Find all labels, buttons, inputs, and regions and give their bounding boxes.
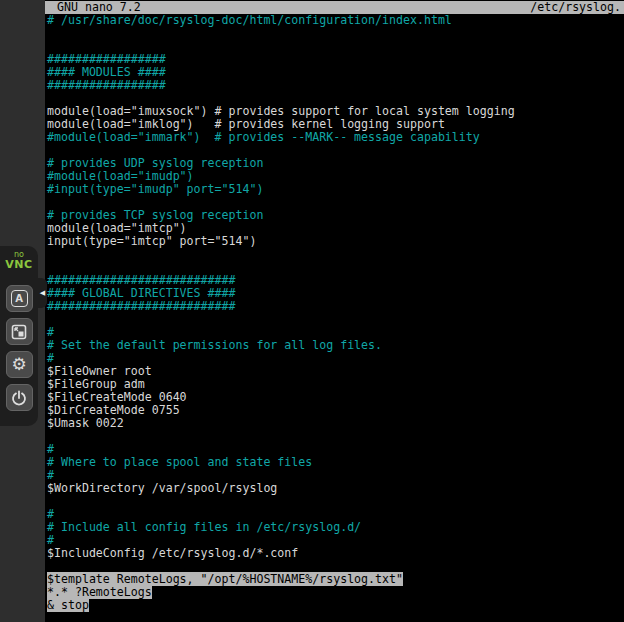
editor-line: $DirCreateMode 0755 — [47, 404, 624, 417]
power-icon — [11, 390, 27, 406]
editor-line: # Set the default permissions for all lo… — [47, 339, 624, 352]
nano-version: GNU nano 7.2 — [57, 1, 141, 14]
nano-titlebar: GNU nano 7.2 /etc/rsyslog. — [45, 1, 624, 14]
editor-line — [47, 495, 624, 508]
editor-line: #module(load="immark") # provides --MARK… — [47, 131, 624, 144]
keyboard-a-icon: A — [11, 290, 28, 307]
editor-line — [47, 248, 624, 261]
editor-line: ########################### — [47, 300, 624, 313]
collapse-arrow-icon: ◀ — [40, 289, 45, 297]
editor-line: *.* ?RemoteLogs — [47, 586, 624, 599]
editor-line: & stop — [47, 599, 624, 612]
editor-line — [47, 313, 624, 326]
screen: no VNC A ⚙ ◀ GNU nano 7.2 / — [0, 0, 624, 622]
editor-line: #input(type="imudp" port="514") — [47, 183, 624, 196]
editor-line: input(type="imtcp" port="514") — [47, 235, 624, 248]
editor-line: $IncludeConfig /etc/rsyslog.d/*.conf — [47, 547, 624, 560]
editor-line: # Where to place spool and state files — [47, 456, 624, 469]
editor-content: # /usr/share/doc/rsyslog-doc/html/config… — [45, 14, 624, 622]
fullscreen-button[interactable] — [6, 318, 33, 345]
control-bar-handle[interactable]: ◀ — [38, 278, 47, 308]
editor-line: $Umask 0022 — [47, 417, 624, 430]
editor-line — [47, 430, 624, 443]
novnc-logo: no VNC — [5, 251, 32, 270]
editor-line: # /usr/share/doc/rsyslog-doc/html/config… — [47, 14, 624, 27]
novnc-logo-text-bottom: VNC — [5, 259, 32, 270]
editor-line: # Include all config files in /etc/rsysl… — [47, 521, 624, 534]
fullscreen-icon — [11, 324, 27, 340]
settings-gear-icon: ⚙ — [11, 356, 26, 373]
editor-line — [47, 27, 624, 40]
terminal[interactable]: GNU nano 7.2 /etc/rsyslog. # /usr/share/… — [45, 0, 624, 622]
settings-button[interactable]: ⚙ — [6, 351, 33, 378]
power-button[interactable] — [6, 384, 33, 411]
editor-line: $WorkDirectory /var/spool/rsyslog — [47, 482, 624, 495]
keyboard-button[interactable]: A — [6, 285, 33, 312]
editor-line: ################# — [47, 79, 624, 92]
vnc-control-bar: no VNC A ⚙ — [0, 246, 38, 426]
editor-line — [47, 612, 624, 622]
file-path: /etc/rsyslog. — [530, 1, 621, 14]
